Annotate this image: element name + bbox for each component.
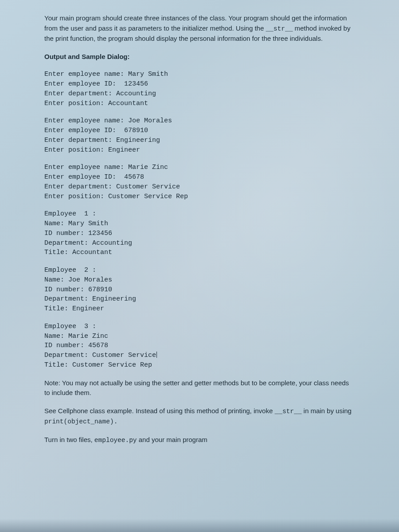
dialog-entry-2: Enter employee name: Joe Morales Enter e…: [44, 116, 355, 155]
dialog-output-2: Employee 2 : Name: Joe Morales ID number…: [44, 266, 355, 314]
text-cursor: [156, 352, 157, 358]
see-code-print: print(object_name).: [44, 418, 117, 425]
see-code-str: __str__: [274, 408, 301, 415]
dialog-output-1: Employee 1 : Name: Mary Smith ID number:…: [44, 209, 355, 258]
turnin-code: employee.py: [94, 437, 137, 444]
dialog-output-3a: Employee 3 : Name: Marie Zinc ID number:…: [44, 323, 156, 359]
turnin-text-b: and your main program: [137, 436, 207, 443]
dialog-entry-3: Enter employee name: Marie Zinc Enter em…: [44, 163, 355, 201]
intro-code-str: __str__: [266, 25, 293, 32]
dialog-output-3b: Title: Customer Service Rep: [44, 361, 152, 369]
dialog-entry-1: Enter employee name: Mary Smith Enter em…: [44, 70, 355, 108]
turnin-paragraph: Turn in two files, employee.py and your …: [44, 435, 355, 446]
see-text-a: See Cellphone class example. Instead of …: [44, 407, 274, 415]
see-paragraph: See Cellphone class example. Instead of …: [44, 406, 355, 427]
note-paragraph: Note: You may not actually be using the …: [44, 378, 355, 398]
turnin-text-a: Turn in two files,: [44, 436, 94, 443]
output-heading: Output and Sample Dialog:: [44, 52, 355, 62]
screen-bottom-edge: [0, 519, 399, 532]
dialog-output-3: Employee 3 : Name: Marie Zinc ID number:…: [44, 322, 355, 370]
intro-paragraph: Your main program should create three in…: [44, 13, 355, 44]
see-text-b: in main by using: [301, 407, 352, 415]
